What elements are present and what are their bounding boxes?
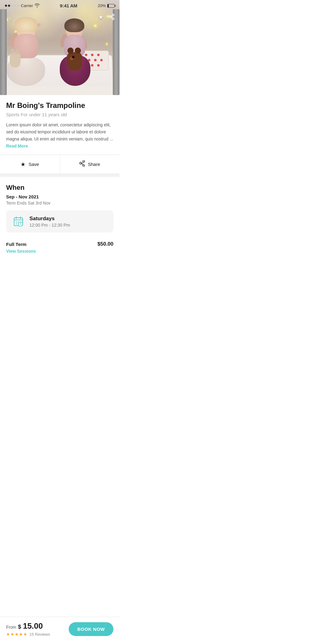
bed-post-right [113, 9, 120, 95]
venue-description: Lorem ipsum dolor sit amet, consectetur … [6, 121, 113, 150]
status-right: 20% [98, 3, 115, 8]
pricing-label: Full Term [6, 242, 26, 247]
wifi-icon [35, 3, 40, 8]
schedule-day: Saturdays [29, 216, 70, 222]
battery-percent: 20% [98, 3, 106, 8]
battery-fill [108, 4, 109, 7]
save-button[interactable]: ★ Save [0, 155, 60, 174]
polka-5 [94, 59, 97, 61]
signal-dot-2 [8, 5, 10, 7]
section-divider-1 [0, 174, 120, 177]
svg-point-2 [18, 222, 19, 223]
teddy-ear2 [75, 48, 81, 54]
carrier-label: Carrier [21, 3, 33, 8]
back-button[interactable]: ‹ [5, 13, 16, 25]
pricing-row: Full Term $50.00 [6, 239, 113, 248]
bunny-ear2 [15, 48, 18, 54]
share-nav-button[interactable] [108, 13, 115, 22]
when-dates: Sep - Nov 2021 [6, 194, 113, 199]
polka-2 [91, 54, 93, 56]
main-content: Mr Boing's Trampoline Sports For under 1… [0, 95, 120, 174]
action-bar: ★ Save Share [0, 155, 120, 174]
nav-actions: ★ [98, 13, 115, 22]
when-section: When Sep - Nov 2021 Term Ends Sat 3rd No… [0, 177, 120, 261]
schedule-card: Saturdays 12:00 Pm - 12:30 Pm [6, 210, 113, 232]
teddy-ear1 [67, 48, 74, 54]
star-icon: ★ [21, 161, 25, 168]
fairy-glow-6 [106, 43, 108, 45]
schedule-info: Saturdays 12:00 Pm - 12:30 Pm [29, 216, 70, 228]
battery-icon [107, 4, 115, 8]
venue-subtitle: Sports For under 11 years old [6, 112, 113, 117]
status-bar: Carrier 9:41 AM 20% [0, 0, 120, 10]
bunny-ear1 [11, 48, 14, 54]
read-more-link[interactable]: Read More [6, 144, 28, 148]
signal-dot-1 [5, 5, 7, 7]
status-time: 9:41 AM [60, 3, 77, 8]
when-term-end: Term Ends Sat 3rd Nov [6, 201, 113, 205]
status-left: Carrier [5, 3, 40, 8]
signal-dot-5 [17, 5, 19, 7]
share-icon [79, 160, 85, 168]
share-button[interactable]: Share [60, 155, 120, 174]
polka-8 [91, 64, 93, 67]
polka-9 [97, 64, 100, 67]
svg-point-1 [16, 222, 17, 223]
pricing-amount: $50.00 [97, 241, 113, 247]
polka-6 [100, 59, 103, 61]
when-title: When [6, 184, 113, 192]
venue-title: Mr Boing's Trampoline [6, 101, 113, 110]
bottom-spacer [0, 261, 120, 267]
teddy-nose [72, 56, 74, 58]
save-nav-button[interactable]: ★ [98, 13, 104, 22]
hero-image: ‹ ★ [0, 0, 120, 95]
teddy-bear [67, 52, 82, 71]
polka-3 [97, 54, 100, 56]
child2-hair [64, 18, 84, 32]
fairy-glow-4 [94, 25, 97, 27]
child1-hair [14, 17, 38, 32]
calendar-icon [12, 215, 25, 228]
signal-dot-3 [11, 5, 13, 7]
bunny-toy [10, 52, 21, 67]
signal-dot-4 [14, 5, 16, 7]
view-sessions-link[interactable]: View Sessions [6, 248, 113, 254]
signal-dots [5, 5, 19, 7]
schedule-time: 12:00 Pm - 12:30 Pm [29, 223, 70, 228]
polka-1 [85, 54, 87, 56]
svg-point-4 [16, 224, 17, 224]
